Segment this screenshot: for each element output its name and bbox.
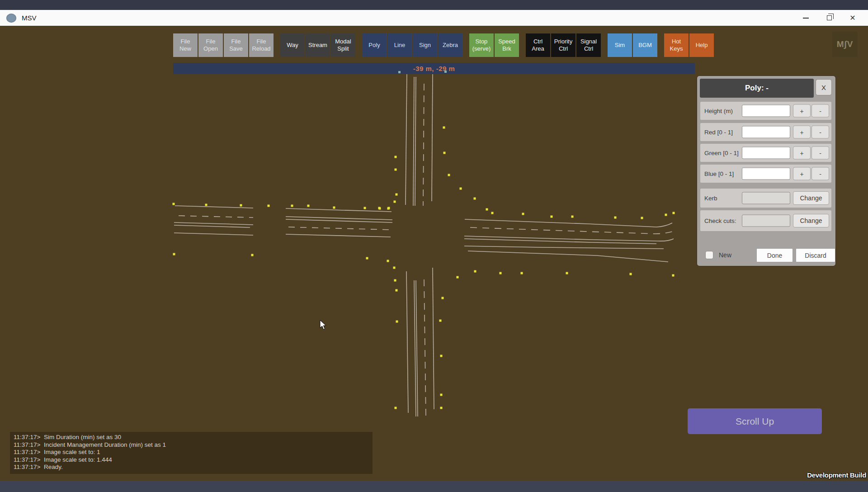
- app-window: MSV ✕: [0, 0, 868, 492]
- toolbar-button-line[interactable]: Line: [387, 33, 412, 57]
- map-node-marker: [460, 188, 462, 190]
- red-input[interactable]: [742, 126, 790, 138]
- toolbar-button-file-reload[interactable]: File Reload: [249, 33, 274, 57]
- poly-dialog-title: Poly: -: [700, 79, 814, 98]
- toolbar-button-signal-ctrl[interactable]: Signal Ctrl: [576, 33, 601, 57]
- map-node-marker: [448, 174, 450, 176]
- map-node-marker: [395, 407, 397, 409]
- console-line: 11:37:17> Image scale set to: 1: [14, 449, 373, 456]
- mouse-cursor-icon: [320, 320, 330, 331]
- map-node-marker: [366, 257, 368, 260]
- window-title: MSV: [22, 14, 37, 22]
- map-node-marker: [268, 205, 270, 207]
- height-label: Height (m): [704, 108, 742, 114]
- toolbar-button-sign[interactable]: Sign: [413, 33, 437, 57]
- maximize-button[interactable]: [817, 10, 841, 26]
- console-line: 11:37:17> Sim Duration (min) set as 30: [14, 434, 373, 441]
- blue-label: Blue [0 - 1]: [704, 170, 742, 177]
- toolbar-button-stream[interactable]: Stream: [306, 33, 330, 57]
- kerb-change-button[interactable]: Change: [793, 191, 829, 205]
- poly-dialog: Poly: - X Height (m) + - Red [0 - 1] + -…: [697, 76, 835, 266]
- map-node-marker: [486, 208, 488, 211]
- poly-dialog-footer: New Done Discard: [700, 247, 833, 264]
- height-plus-button[interactable]: +: [793, 104, 811, 118]
- coordinate-bar: -39 m, -29 m: [173, 63, 695, 74]
- red-minus-button[interactable]: -: [811, 126, 829, 139]
- toolbar-button-sim[interactable]: Sim: [608, 33, 632, 57]
- map-node-marker: [630, 273, 632, 275]
- map-node-marker: [393, 267, 396, 269]
- map-node-marker: [394, 201, 396, 203]
- map-node-marker: [440, 394, 443, 396]
- toolbar-button-help[interactable]: Help: [689, 33, 714, 57]
- toolbar-button-stop-serve[interactable]: Stop (serve): [469, 33, 494, 57]
- map-node-marker: [566, 272, 568, 274]
- map-node-marker: [641, 217, 643, 219]
- map-node-marker: [396, 289, 398, 292]
- map-node-marker: [521, 272, 523, 274]
- blue-input[interactable]: [742, 168, 790, 180]
- road-lines: [174, 74, 674, 416]
- done-button[interactable]: Done: [756, 248, 793, 262]
- map-handle-marker: [398, 71, 401, 73]
- toolbar-button-file-open[interactable]: File Open: [198, 33, 223, 57]
- map-viewport[interactable]: File NewFile OpenFile SaveFile ReloadWay…: [0, 26, 868, 481]
- green-row: Green [0 - 1] + -: [700, 144, 831, 162]
- new-checkbox-label: New: [719, 251, 731, 259]
- toolbar-button-modal-split[interactable]: Modal Split: [331, 33, 355, 57]
- discard-button[interactable]: Discard: [796, 248, 835, 262]
- green-label: Green [0 - 1]: [704, 150, 742, 156]
- map-node-marker: [395, 169, 397, 171]
- toolbar-button-bgm[interactable]: BGM: [633, 33, 657, 57]
- window-controls: ✕: [794, 10, 864, 26]
- toolbar-button-file-new[interactable]: File New: [173, 33, 198, 57]
- map-node-marker: [474, 270, 476, 273]
- top-strip: [0, 0, 868, 10]
- map-node-marker: [474, 198, 476, 200]
- minimize-button[interactable]: [794, 10, 817, 26]
- map-node-marker: [457, 276, 459, 279]
- toolbar-button-poly[interactable]: Poly: [362, 33, 387, 57]
- bottom-strip: [0, 481, 868, 492]
- toolbar-button-hot-keys[interactable]: Hot Keys: [664, 33, 689, 57]
- new-checkbox[interactable]: [705, 251, 713, 259]
- kerb-label: Kerb: [704, 195, 742, 202]
- toolbar-button-speed-brk[interactable]: Speed Brk: [495, 33, 519, 57]
- map-node-marker: [379, 208, 381, 210]
- height-row: Height (m) + -: [700, 102, 831, 120]
- toolbar-button-priority-ctrl[interactable]: Priority Ctrl: [551, 33, 576, 57]
- map-node-marker: [307, 205, 310, 207]
- blue-minus-button[interactable]: -: [811, 167, 829, 180]
- height-minus-button[interactable]: -: [811, 104, 829, 118]
- app-icon: [6, 14, 16, 23]
- red-plus-button[interactable]: +: [793, 126, 811, 139]
- close-icon: ✕: [849, 14, 855, 22]
- kerb-input[interactable]: [742, 192, 790, 204]
- check-cuts-input[interactable]: [742, 215, 790, 227]
- blue-plus-button[interactable]: +: [793, 167, 811, 180]
- toolbar-button-way[interactable]: Way: [280, 33, 305, 57]
- map-handle-marker: [444, 71, 447, 73]
- map-node-marker: [387, 208, 390, 210]
- title-bar: MSV ✕: [0, 10, 868, 26]
- map-node-marker: [240, 204, 242, 207]
- msv-logo: M∫V: [832, 32, 858, 57]
- close-button[interactable]: ✕: [841, 10, 864, 26]
- map-node-marker: [291, 205, 293, 207]
- map-node-marker: [443, 127, 445, 129]
- map-node-marker: [442, 297, 444, 299]
- map-node-marker: [614, 217, 617, 219]
- check-cuts-change-button[interactable]: Change: [793, 214, 829, 227]
- green-input[interactable]: [742, 147, 790, 159]
- map-node-marker: [395, 156, 397, 158]
- toolbar-button-file-save[interactable]: File Save: [224, 33, 248, 57]
- green-plus-button[interactable]: +: [793, 147, 811, 160]
- poly-dialog-close-button[interactable]: X: [816, 79, 832, 95]
- check-cuts-row: Check cuts: Change: [700, 210, 831, 231]
- green-minus-button[interactable]: -: [811, 147, 829, 160]
- red-row: Red [0 - 1] + -: [700, 123, 831, 141]
- toolbar-button-zebra[interactable]: Zebra: [438, 33, 462, 57]
- scroll-up-button[interactable]: Scroll Up: [688, 408, 822, 434]
- height-input[interactable]: [742, 105, 790, 117]
- toolbar-button-ctrl-area[interactable]: Ctrl Area: [526, 33, 550, 57]
